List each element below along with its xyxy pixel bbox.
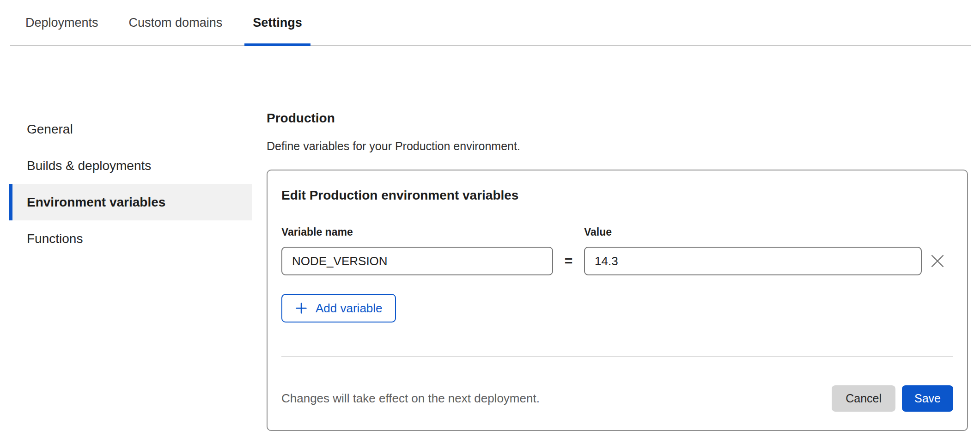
card-body: Edit Production environment variables Va…	[268, 170, 967, 430]
add-variable-label: Add variable	[316, 301, 383, 316]
tab-deployments[interactable]: Deployments	[17, 16, 107, 45]
section-description: Define variables for your Production env…	[267, 140, 968, 153]
settings-content: General Builds & deployments Environment…	[9, 111, 968, 431]
variable-value-input[interactable]	[584, 247, 922, 275]
sidebar-item-functions[interactable]: Functions	[9, 220, 252, 257]
cancel-button[interactable]: Cancel	[832, 385, 895, 412]
footer-actions: Cancel Save	[832, 385, 953, 412]
section-title: Production	[267, 111, 968, 126]
variable-name-input[interactable]	[281, 247, 553, 275]
save-button[interactable]: Save	[902, 385, 953, 412]
card-title: Edit Production environment variables	[281, 188, 953, 203]
add-variable-button[interactable]: Add variable	[281, 294, 396, 322]
variable-name-label: Variable name	[281, 226, 553, 238]
tab-settings[interactable]: Settings	[244, 16, 310, 45]
variable-row: Variable name Value =	[281, 226, 953, 275]
close-icon	[930, 253, 945, 269]
value-label: Value	[584, 226, 922, 238]
sidebar-item-general[interactable]: General	[9, 111, 252, 147]
environment-variables-card: Edit Production environment variables Va…	[267, 170, 968, 431]
tab-bar: Deployments Custom domains Settings	[10, 0, 971, 46]
settings-sidebar: General Builds & deployments Environment…	[9, 111, 252, 257]
plus-icon	[295, 302, 308, 315]
card-footer: Changes will take effect on the next dep…	[281, 357, 953, 430]
sidebar-item-environment-variables[interactable]: Environment variables	[9, 184, 252, 220]
main-panel: Production Define variables for your Pro…	[267, 111, 968, 431]
remove-variable-button[interactable]	[922, 247, 953, 275]
footer-note: Changes will take effect on the next dep…	[281, 391, 540, 406]
sidebar-item-builds-deployments[interactable]: Builds & deployments	[9, 147, 252, 184]
equals-sign: =	[553, 247, 584, 275]
tab-custom-domains[interactable]: Custom domains	[121, 16, 231, 45]
